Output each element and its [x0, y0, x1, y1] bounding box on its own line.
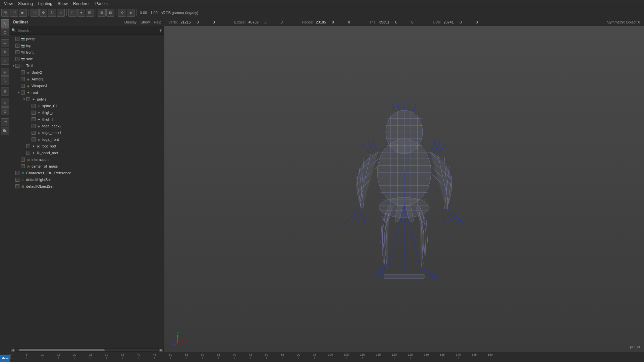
tree-item-Armor1[interactable]: ◈Armor1 — [10, 76, 164, 82]
tree-expand-pelvis[interactable]: ▼ — [22, 97, 26, 101]
tree-item-toga_back2[interactable]: ◈toga_back2 — [10, 123, 164, 129]
tree-expand-Troll[interactable]: ▼ — [11, 64, 15, 68]
tool-move[interactable]: ✛ — [1, 39, 9, 47]
timeline-tick-15[interactable]: 15 — [51, 353, 67, 359]
tree-item-thigh_r[interactable]: ✦thigh_r — [10, 109, 164, 116]
tree-item-spine_01[interactable]: ✦spine_01 — [10, 103, 164, 109]
tree-checkbox-persp[interactable] — [15, 37, 19, 41]
tree-checkbox-Character1_Ctrl_Reference[interactable] — [15, 171, 19, 175]
toolbar-texture-btn[interactable]: 🗐 — [86, 9, 94, 17]
toolbar-wireframe-btn[interactable]: ⬚ — [68, 9, 76, 17]
timeline-tick-65[interactable]: 65 — [211, 353, 227, 359]
tree-checkbox-Armor1[interactable] — [21, 77, 25, 81]
menu-lighting[interactable]: Lighting — [36, 1, 55, 7]
tree-item-side[interactable]: 📷side — [10, 56, 164, 62]
tree-checkbox-toga_front[interactable] — [32, 137, 36, 141]
timeline-tick-25[interactable]: 25 — [83, 353, 99, 359]
tree-expand-root[interactable]: ▼ — [17, 90, 21, 95]
tree-item-Weapon4[interactable]: ◈Weapon4 — [10, 82, 164, 89]
tree-item-Troll[interactable]: ▼⬡Troll — [10, 62, 164, 69]
tool-rotate[interactable]: ↻ — [1, 48, 9, 56]
menu-view[interactable]: View — [1, 1, 15, 7]
search-dropdown-icon[interactable]: ▼ — [159, 28, 163, 33]
timeline-tick-40[interactable]: 40 — [130, 353, 147, 359]
timeline-tick-80[interactable]: 80 — [259, 353, 275, 359]
viewport-3d[interactable]: .wf { stroke: #8888cc; stroke-width: 0.7… — [164, 26, 644, 352]
toolbar-view-btn[interactable]: ⬚ — [10, 9, 18, 17]
timeline-tick-20[interactable]: 20 — [67, 353, 83, 359]
timeline-tick-105[interactable]: 105 — [338, 353, 355, 359]
tree-checkbox-toga_back2[interactable] — [32, 124, 36, 128]
timeline-tick-0[interactable]: 0 — [3, 353, 19, 359]
timeline-tick-115[interactable]: 115 — [370, 353, 386, 359]
timeline-tick-100[interactable]: 100 — [322, 353, 338, 359]
outliner-show-menu[interactable]: Show — [141, 20, 150, 24]
search-input[interactable] — [17, 28, 159, 33]
tree-checkbox-top[interactable] — [15, 44, 19, 48]
tree-checkbox-thigh_l[interactable] — [32, 117, 36, 121]
tree-checkbox-defaultLightSet[interactable] — [15, 178, 19, 182]
toolbar-move-btn[interactable]: ✛ — [39, 9, 47, 17]
tree-item-Character1_Ctrl_Reference[interactable]: ⊕Character1_Ctrl_Reference — [10, 170, 164, 176]
timeline-tick-85[interactable]: 85 — [274, 353, 290, 359]
toolbar-scale-btn[interactable]: ⤢ — [57, 9, 65, 17]
timeline-tick-90[interactable]: 90 — [290, 353, 307, 359]
timeline-tick-150[interactable]: 150 — [482, 353, 498, 359]
timeline-tick-60[interactable]: 60 — [195, 353, 211, 359]
tree-item-pelvis[interactable]: ▼✦pelvis — [10, 96, 164, 103]
tree-checkbox-defaultObjectSet[interactable] — [15, 184, 19, 188]
timeline-tick-55[interactable]: 55 — [178, 353, 195, 359]
tree-item-top[interactable]: 📷top — [10, 42, 164, 49]
tree-item-interaction[interactable]: ◎interaction — [10, 156, 164, 163]
toolbar-uvgrid-btn[interactable]: ⊟ — [106, 9, 114, 17]
toolbar-xform-btn[interactable]: ⟲ — [118, 9, 126, 17]
tree-item-ik_foot_root[interactable]: ✦ik_foot_root — [10, 143, 164, 149]
scroll-right-arrow[interactable]: ▶ — [159, 349, 163, 352]
timeline-tick-110[interactable]: 110 — [354, 353, 370, 359]
tool-paint-weights[interactable]: ⬡ — [1, 107, 9, 115]
timeline-tick-145[interactable]: 145 — [466, 353, 482, 359]
tool-soft-mod[interactable]: ◎ — [1, 68, 9, 76]
tree-checkbox-ik_hand_root[interactable] — [26, 151, 30, 155]
timeline-tick-35[interactable]: 35 — [115, 353, 131, 359]
toolbar-snap-btn[interactable]: ◈ — [127, 9, 135, 17]
menu-shading[interactable]: Shading — [15, 1, 36, 7]
tree-checkbox-ik_foot_root[interactable] — [26, 144, 30, 148]
tree-item-center_of_mass[interactable]: ◎center_of_mass — [10, 163, 164, 170]
tool-paint-select[interactable]: ⊙ — [1, 28, 9, 36]
outliner-tree[interactable]: 📷persp📷top📷front📷side▼⬡Troll◈Body2◈Armor… — [10, 35, 164, 348]
tool-render-region[interactable]: ⬚ — [1, 118, 9, 126]
outliner-display-menu[interactable]: Display — [124, 20, 137, 24]
menu-renderer[interactable]: Renderer — [70, 1, 93, 7]
outliner-help-menu[interactable]: Help — [154, 20, 161, 24]
timeline-tick-95[interactable]: 95 — [306, 353, 322, 359]
tree-checkbox-side[interactable] — [15, 57, 19, 61]
tool-search[interactable]: 🔍 — [1, 127, 9, 135]
timeline-tick-120[interactable]: 120 — [386, 353, 402, 359]
tree-item-ik_hand_root[interactable]: ✦ik_hand_root — [10, 149, 164, 156]
timeline-tick-135[interactable]: 135 — [434, 353, 450, 359]
tree-checkbox-Body2[interactable] — [21, 70, 25, 74]
timeline-tick-75[interactable]: 75 — [243, 353, 259, 359]
timeline-tick-50[interactable]: 50 — [163, 353, 179, 359]
timeline-tick-45[interactable]: 45 — [147, 353, 163, 359]
tree-item-defaultLightSet[interactable]: ⊞defaultLightSet — [10, 176, 164, 183]
timeline-tick-5[interactable]: 5 — [19, 353, 35, 359]
menu-show[interactable]: Show — [55, 1, 70, 7]
scroll-thumb[interactable] — [19, 349, 105, 351]
timeline-tick-125[interactable]: 125 — [402, 353, 418, 359]
tree-checkbox-Troll[interactable] — [15, 64, 19, 68]
tool-sculpt[interactable]: ∿ — [1, 76, 9, 84]
tree-item-thigh_l[interactable]: ✦thigh_l — [10, 116, 164, 123]
tool-scale[interactable]: ⤢ — [1, 57, 9, 65]
tree-item-toga_front[interactable]: ◈toga_front — [10, 136, 164, 143]
tree-checkbox-interaction[interactable] — [21, 158, 25, 162]
toolbar-smooth-btn[interactable]: ● — [77, 9, 85, 17]
toolbar-grid-btn[interactable]: ⊞ — [98, 9, 106, 17]
toolbar-render-btn[interactable]: ▶ — [19, 9, 27, 17]
timeline-tick-70[interactable]: 70 — [226, 353, 243, 359]
tool-select[interactable]: ↖ — [1, 19, 9, 27]
tool-quad-draw[interactable]: ◇ — [1, 99, 9, 107]
toolbar-rotate-btn[interactable]: ↻ — [48, 9, 56, 17]
tool-show-manip[interactable]: ⊞ — [1, 87, 9, 96]
